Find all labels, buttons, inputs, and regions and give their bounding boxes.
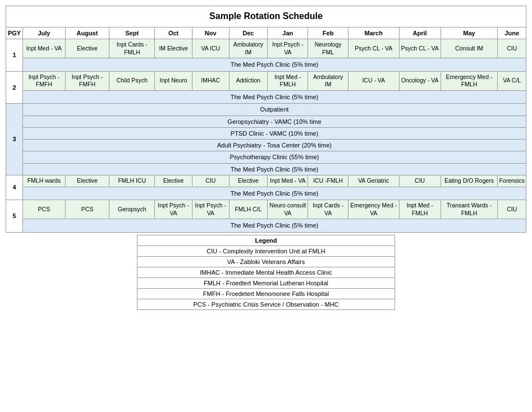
legend-item-4: FMLH - Froedtert Memorial Lutheran Hospi… [137, 277, 395, 288]
pgy4-aug: Elective [65, 175, 109, 187]
pgy2-march: ICU - VA [348, 71, 399, 90]
pgy3-op3: PTSD Clinic - VAMC (10% time) [23, 127, 526, 139]
pgy4-feb: ICU -FMLH [308, 175, 348, 187]
pgy3-op2: Geropsychiatry - VAMC (10% time [23, 115, 526, 127]
pgy2-medpsych-label: The Med Psych Clinic (5% time) [23, 90, 526, 103]
pgy2-rotations: 2 Inpt Psych - FMFH Inpt Psych - FMFH Ch… [6, 71, 526, 90]
pgy4-rotations: 4 FMLH wards Elective FMLH ICU Elective … [6, 175, 526, 187]
pgy1-medpsych: The Med Psych Clinic (5% time) [6, 58, 526, 71]
pgy2-aug: Inpt Psych - FMFH [65, 71, 109, 90]
pgy1-aug: Elective [65, 39, 109, 58]
pgy2-may: Emergency Med - FMLH [441, 71, 498, 90]
header-june: June [498, 27, 526, 39]
pgy1-sept: Inpt Cards - FMLH [109, 39, 155, 58]
pgy2-nov: IMHAC [192, 71, 229, 90]
pgy1-june: CIU [498, 39, 526, 58]
pgy4-jan: Inpt Med - VA [268, 175, 308, 187]
header-dec: Dec [229, 27, 268, 39]
legend-wrapper: Legend CIU - Complexity Intervention Uni… [6, 235, 526, 310]
pgy5-nov: Inpt Psych - VA [192, 200, 229, 219]
pgy3-op4: Adult Psychiatry - Tosa Center (20% time… [23, 140, 526, 151]
pgy1-label: 1 [6, 39, 23, 72]
pgy3-op5: Psychotherapy Clinic (55% time) [23, 151, 526, 163]
pgy5-rotations: 5 PCS PCS Geropsych Inpt Psych - VA Inpt… [6, 200, 526, 219]
pgy5-dec: FMLH C/L [229, 200, 268, 219]
pgy5-may: Transant Wards - FMLH [441, 200, 498, 219]
legend-table: Legend CIU - Complexity Intervention Uni… [137, 235, 395, 310]
pgy2-dec: Addiction [229, 71, 268, 90]
pgy5-jan: Neuro consult VA [268, 200, 308, 219]
pgy4-june: Forensics [498, 175, 526, 187]
pgy2-feb: Ambulatory IM [308, 71, 348, 90]
legend-title: Legend [137, 235, 395, 246]
legend-va: VA - Zabloki Veterans Affairs [137, 256, 395, 267]
pgy3-label: 3 [6, 104, 23, 175]
pgy5-feb: Inpt Cards - VA [308, 200, 348, 219]
legend-fmlh: FMLH - Froedtert Memorial Lutheran Hospi… [137, 277, 395, 288]
pgy5-june: CIU [498, 200, 526, 219]
pgy2-medpsych: The Med Psych Clinic (5% time) [6, 90, 526, 103]
header-sept: Sept [109, 27, 155, 39]
legend-pcs: PCS - Psychiatric Crisis Service / Obser… [137, 299, 395, 309]
pgy2-sept: Child Psych [109, 71, 155, 90]
header-pgy: PGY [6, 27, 23, 39]
legend-item-5: FMFH - Froedetert Menomonee Falls Hospit… [137, 288, 395, 299]
pgy3-outpatient-6: The Med Psych Clinic (5% time) [6, 163, 526, 175]
pgy4-july: FMLH wards [23, 175, 66, 187]
pgy5-april: Inpt Med - FMLH [399, 200, 441, 219]
pgy4-sept: FMLH ICU [109, 175, 155, 187]
pgy1-jan: Inpt Psych - VA [268, 39, 308, 58]
pgy5-oct: Inpt Psych - VA [155, 200, 192, 219]
pgy2-jan: Inpt Med - FMLH [268, 71, 308, 90]
pgy5-march: Emergency Med - VA [348, 200, 399, 219]
pgy3-outpatient-1: 3 Outpatient [6, 104, 526, 115]
legend-item-6: PCS - Psychiatric Crisis Service / Obser… [137, 299, 395, 309]
pgy3-outpatient-4: Adult Psychiatry - Tosa Center (20% time… [6, 140, 526, 151]
pgy3-outpatient-3: PTSD Clinic - VAMC (10% time) [6, 127, 526, 139]
pgy4-march: VA Geriatric [348, 175, 399, 187]
pgy3-outpatient-5: Psychotherapy Clinic (55% time) [6, 151, 526, 163]
header-nov: Nov [192, 27, 229, 39]
pgy1-oct: IM Elective [155, 39, 192, 58]
pgy4-nov: CIU [192, 175, 229, 187]
header-march: March [348, 27, 399, 39]
header-oct: Oct [155, 27, 192, 39]
pgy5-medpsych: The Med Psych Clinic (5% time) [6, 219, 526, 232]
pgy3-op1: Outpatient [23, 104, 526, 115]
pgy2-oct: Inpt Neuro [155, 71, 192, 90]
pgy4-medpsych: The Med Psych Clinic (5% time) [6, 187, 526, 200]
header-may: May [441, 27, 498, 39]
pgy1-april: Psych CL - VA [399, 39, 441, 58]
header-july: July [23, 27, 66, 39]
pgy1-march: Psych CL - VA [348, 39, 399, 58]
legend-item-3: IMHAC - Immediate Mental Health Access C… [137, 267, 395, 277]
pgy4-april: CIU [399, 175, 441, 187]
legend-fmfh: FMFH - Froedetert Menomonee Falls Hospit… [137, 288, 395, 299]
pgy4-may: Eating D/O Rogers [441, 175, 498, 187]
pgy5-aug: PCS [65, 200, 109, 219]
schedule-title: Sample Rotation Schedule [6, 6, 526, 27]
title-row: Sample Rotation Schedule [6, 6, 526, 27]
pgy5-medpsych-label: The Med Psych Clinic (5% time) [23, 219, 526, 232]
legend-ciu: CIU - Complexity Intervention Unit at FM… [137, 246, 395, 256]
pgy1-july: Inpt Med - VA [23, 39, 66, 58]
header-april: April [399, 27, 441, 39]
pgy1-nov: VA ICU [192, 39, 229, 58]
pgy5-sept: Geropsych [109, 200, 155, 219]
pgy5-label: 5 [6, 200, 23, 232]
pgy5-july: PCS [23, 200, 66, 219]
legend-item-2: VA - Zabloki Veterans Affairs [137, 256, 395, 267]
pgy2-april: Oncology - VA [399, 71, 441, 90]
pgy2-label: 2 [6, 71, 23, 104]
pgy1-dec: Ambulatory IM [229, 39, 268, 58]
header-feb: Feb [308, 27, 348, 39]
pgy3-op6: The Med Psych Clinic (5% time) [23, 163, 526, 175]
legend-imhac: IMHAC - Immediate Mental Health Access C… [137, 267, 395, 277]
pgy4-medpsych-label: The Med Psych Clinic (5% time) [23, 187, 526, 200]
rotation-schedule-table: Sample Rotation Schedule PGY July August… [6, 6, 526, 233]
legend-item-1: CIU - Complexity Intervention Unit at FM… [137, 246, 395, 256]
pgy2-july: Inpt Psych - FMFH [23, 71, 66, 90]
header-row: PGY July August Sept Oct Nov Dec Jan Feb… [6, 27, 526, 39]
header-jan: Jan [268, 27, 308, 39]
pgy4-oct: Elective [155, 175, 192, 187]
